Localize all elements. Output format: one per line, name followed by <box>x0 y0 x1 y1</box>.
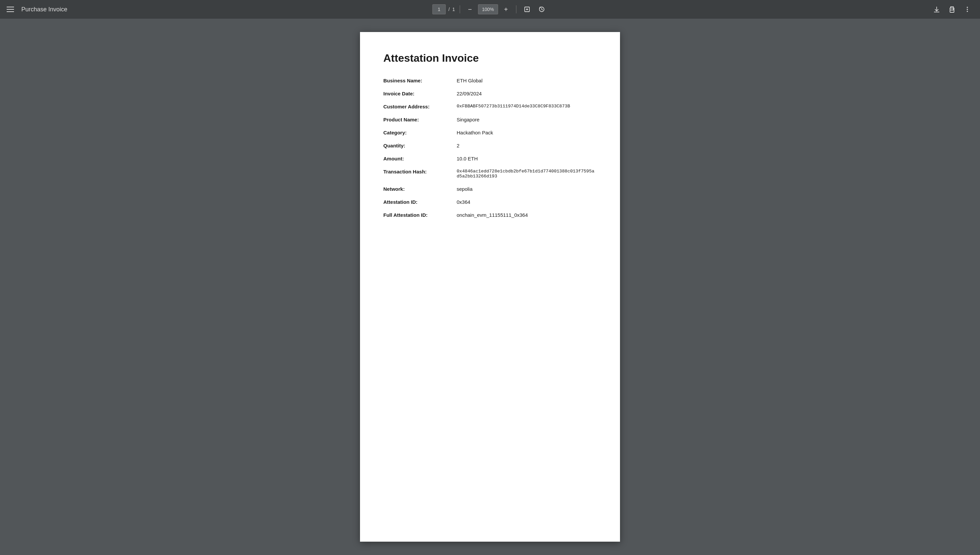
field-row: Transaction Hash:0x4846ac1edd728e1cbdb2b… <box>383 169 597 179</box>
svg-rect-5 <box>950 10 954 12</box>
page-total: 1 <box>452 7 455 12</box>
toolbar-title: Purchase Invoice <box>21 6 67 13</box>
zoom-level-display: 100% <box>478 4 498 14</box>
invoice-fields: Business Name:ETH GlobalInvoice Date:22/… <box>383 78 597 218</box>
field-label-0: Business Name: <box>383 78 457 83</box>
svg-point-9 <box>967 9 968 10</box>
field-row: Product Name:Singapore <box>383 117 597 122</box>
field-row: Amount:10.0 ETH <box>383 156 597 162</box>
field-value-5: 2 <box>457 143 459 148</box>
zoom-out-button[interactable]: − <box>465 4 475 14</box>
field-value-7: 0x4846ac1edd728e1cbdb2bfe67b1d1d77400138… <box>457 169 597 179</box>
field-label-8: Network: <box>383 186 457 192</box>
field-label-3: Product Name: <box>383 117 457 122</box>
field-value-9: 0x364 <box>457 199 470 205</box>
pdf-page: Attestation Invoice Business Name:ETH Gl… <box>360 32 620 542</box>
field-label-1: Invoice Date: <box>383 91 457 96</box>
svg-point-10 <box>967 11 968 12</box>
more-options-button[interactable] <box>961 3 973 15</box>
page-number-input[interactable] <box>432 4 446 14</box>
field-label-9: Attestation ID: <box>383 199 457 205</box>
svg-rect-6 <box>951 7 953 8</box>
history-button[interactable] <box>536 3 548 15</box>
field-row: Attestation ID:0x364 <box>383 199 597 205</box>
field-row: Quantity:2 <box>383 143 597 148</box>
toolbar-left: Purchase Invoice <box>7 5 67 14</box>
pdf-viewer: Attestation Invoice Business Name:ETH Gl… <box>0 19 980 555</box>
zoom-in-button[interactable]: + <box>501 4 512 14</box>
field-value-0: ETH Global <box>457 78 483 83</box>
field-value-3: Singapore <box>457 117 479 122</box>
menu-icon[interactable] <box>7 5 16 14</box>
field-label-6: Amount: <box>383 156 457 162</box>
field-row: Business Name:ETH Global <box>383 78 597 83</box>
document-title: Attestation Invoice <box>383 52 597 64</box>
field-row: Invoice Date:22/09/2024 <box>383 91 597 96</box>
field-label-4: Category: <box>383 130 457 135</box>
divider <box>460 5 460 13</box>
field-row: Network:sepolia <box>383 186 597 192</box>
field-label-7: Transaction Hash: <box>383 169 457 175</box>
svg-point-7 <box>953 9 954 9</box>
field-value-2: 0xFBBABF507273b3111974D14de33C8C9F833C87… <box>457 104 570 109</box>
svg-point-8 <box>967 7 968 8</box>
field-label-10: Full Attestation ID: <box>383 212 457 218</box>
fit-page-button[interactable] <box>521 3 533 15</box>
field-label-5: Quantity: <box>383 143 457 148</box>
field-value-4: Hackathon Pack <box>457 130 493 135</box>
field-value-1: 22/09/2024 <box>457 91 482 96</box>
toolbar-right <box>930 3 973 15</box>
page-separator: / <box>448 7 450 12</box>
field-value-10: onchain_evm_11155111_0x364 <box>457 212 528 218</box>
field-row: Category:Hackathon Pack <box>383 130 597 135</box>
field-row: Customer Address:0xFBBABF507273b3111974D… <box>383 104 597 109</box>
toolbar: Purchase Invoice / 1 − 100% + <box>0 0 980 19</box>
field-value-8: sepolia <box>457 186 473 192</box>
toolbar-center: / 1 − 100% + <box>432 3 548 15</box>
print-button[interactable] <box>946 3 958 15</box>
download-button[interactable] <box>930 3 943 15</box>
divider2 <box>516 5 516 13</box>
field-row: Full Attestation ID:onchain_evm_11155111… <box>383 212 597 218</box>
field-label-2: Customer Address: <box>383 104 457 109</box>
field-value-6: 10.0 ETH <box>457 156 478 162</box>
